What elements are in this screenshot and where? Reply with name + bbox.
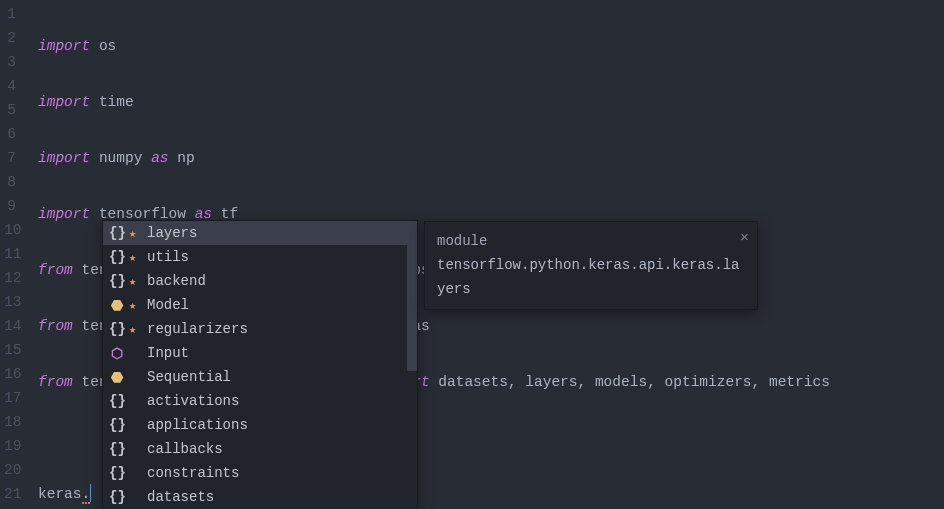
autocomplete-item[interactable]: {}★regularizers xyxy=(103,317,417,341)
code-line: import numpy as np xyxy=(38,146,944,170)
class-icon: ⬣ xyxy=(109,297,125,314)
autocomplete-item[interactable]: ⬣★Model xyxy=(103,293,417,317)
line-number: 9 xyxy=(4,194,16,218)
line-number: 10 xyxy=(4,218,16,242)
doc-kind-label: module xyxy=(437,230,745,254)
line-number: 14 xyxy=(4,314,16,338)
line-number: 8 xyxy=(4,170,16,194)
autocomplete-item[interactable]: {}★utils xyxy=(103,245,417,269)
line-number: 18 xyxy=(4,410,16,434)
autocomplete-item-label: regularizers xyxy=(147,321,248,337)
module-icon: {} xyxy=(109,225,125,241)
autocomplete-item[interactable]: {}datasets xyxy=(103,485,417,509)
line-number: 20 xyxy=(4,458,16,482)
star-icon: ★ xyxy=(129,322,143,337)
module-icon: {} xyxy=(109,417,125,433)
line-number: 21 xyxy=(4,482,16,506)
text-cursor xyxy=(90,484,91,502)
module-icon: {} xyxy=(109,249,125,265)
star-icon: ★ xyxy=(129,226,143,241)
autocomplete-item[interactable]: {}★layers xyxy=(103,221,417,245)
line-number: 7 xyxy=(4,146,16,170)
line-number: 17 xyxy=(4,386,16,410)
autocomplete-item-label: applications xyxy=(147,417,248,433)
line-number: 15 xyxy=(4,338,16,362)
line-number: 4 xyxy=(4,74,16,98)
star-icon: ★ xyxy=(129,298,143,313)
class-icon: ⬣ xyxy=(109,369,125,386)
autocomplete-item[interactable]: {}constraints xyxy=(103,461,417,485)
autocomplete-popup[interactable]: {}★layers{}★utils{}★backend⬣★Model{}★reg… xyxy=(102,220,418,509)
autocomplete-item[interactable]: {}★backend xyxy=(103,269,417,293)
autocomplete-item[interactable]: ⬣Sequential xyxy=(103,365,417,389)
line-number: 11 xyxy=(4,242,16,266)
line-number: 1 xyxy=(4,2,16,26)
documentation-popup: × module tensorflow.python.keras.api.ker… xyxy=(424,221,758,310)
autocomplete-item[interactable]: ⬡Input xyxy=(103,341,417,365)
line-number: 2 xyxy=(4,26,16,50)
line-number: 6 xyxy=(4,122,16,146)
module-icon: {} xyxy=(109,489,125,505)
star-icon: ★ xyxy=(129,250,143,265)
line-number: 12 xyxy=(4,266,16,290)
module-icon: {} xyxy=(109,441,125,457)
autocomplete-item-label: backend xyxy=(147,273,206,289)
autocomplete-item[interactable]: {}applications xyxy=(103,413,417,437)
autocomplete-item-label: layers xyxy=(147,225,197,241)
autocomplete-scrollbar[interactable] xyxy=(407,221,417,371)
doc-module-name: tensorflow.python.keras.api.keras.layers xyxy=(437,254,745,302)
line-number: 13 xyxy=(4,290,16,314)
variable-icon: ⬡ xyxy=(109,345,125,362)
module-icon: {} xyxy=(109,465,125,481)
autocomplete-item[interactable]: {}callbacks xyxy=(103,437,417,461)
module-icon: {} xyxy=(109,321,125,337)
line-number: 3 xyxy=(4,50,16,74)
autocomplete-item[interactable]: {}activations xyxy=(103,389,417,413)
autocomplete-item-label: Input xyxy=(147,345,189,361)
close-icon[interactable]: × xyxy=(740,226,749,252)
module-icon: {} xyxy=(109,273,125,289)
autocomplete-item-label: datasets xyxy=(147,489,214,505)
line-number: 5 xyxy=(4,98,16,122)
autocomplete-item-label: Model xyxy=(147,297,189,313)
autocomplete-item-label: callbacks xyxy=(147,441,223,457)
module-icon: {} xyxy=(109,393,125,409)
star-icon: ★ xyxy=(129,274,143,289)
line-gutter: 123456789101112131415161718192021 xyxy=(0,0,24,509)
autocomplete-item-label: Sequential xyxy=(147,369,231,385)
autocomplete-item-label: activations xyxy=(147,393,239,409)
code-line: import os xyxy=(38,34,944,58)
code-line: import time xyxy=(38,90,944,114)
autocomplete-item-label: utils xyxy=(147,249,189,265)
line-number: 19 xyxy=(4,434,16,458)
line-number: 16 xyxy=(4,362,16,386)
autocomplete-item-label: constraints xyxy=(147,465,239,481)
